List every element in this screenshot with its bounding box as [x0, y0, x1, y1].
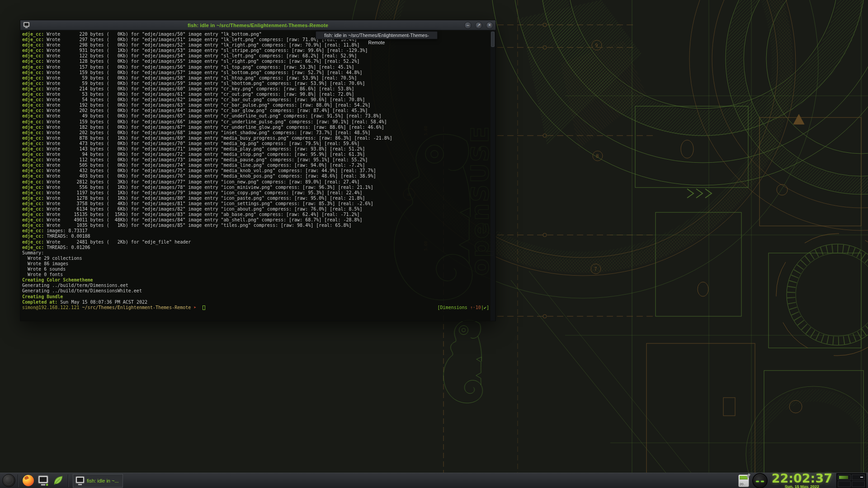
updates-widget[interactable]: 20.. [738, 474, 749, 487]
terminal-output-line: edje_cc: Wrote 159 bytes ( 0Kb) for "edj… [22, 119, 489, 125]
terminal-output-line: edje_cc: Wrote 49 bytes ( 0Kb) for "edje… [22, 113, 489, 119]
terminal-output-line: edje_cc: Wrote 202 bytes ( 0Kb) for "edj… [22, 130, 489, 136]
shelf: fish: idle in ~... 20.. 22:02:37 Sun, 15… [0, 473, 868, 488]
terminal-output-line: Wrote 6 sounds [22, 267, 489, 272]
leaf-icon[interactable] [52, 475, 64, 486]
prompt-right-status: [Dimensions ⇡·10|✔] [438, 305, 489, 310]
task-label: fish: idle in ~... [87, 478, 119, 483]
terminal-output-line: Wrote 29 collections [22, 256, 489, 261]
terminal-output-line: edje_cc: Wrote 59 bytes ( 0Kb) for "edje… [22, 75, 489, 81]
maximize-button[interactable]: ↗ [475, 22, 482, 29]
terminal-launcher-icon[interactable] [38, 475, 49, 486]
pager-desktop-2[interactable] [852, 474, 865, 480]
terminal-output-line: edje_cc: Wrote 54 bytes ( 0Kb) for "edje… [22, 97, 489, 103]
prompt-left: simon@192.168.122.121 ~/src/Themes/Enlig… [22, 305, 196, 310]
terminal-output-line: edje_cc: Wrote 298 bytes ( 0Kb) for "edj… [22, 42, 489, 48]
terminal-output-line: edje_cc: Wrote 143 bytes ( 0Kb) for "edj… [22, 146, 489, 152]
desktop-pager [836, 473, 866, 488]
pager-window-thumb [860, 477, 863, 478]
terminal-output-line: Creating Color Schemetheme [22, 277, 489, 283]
taskbar-task-fish[interactable]: fish: idle in ~... [73, 474, 123, 488]
terminal-output-line: edje_cc: images: 8.73317 [22, 228, 489, 234]
terminal-output-line: Generating ../build/term/DimensionsWhite… [22, 288, 489, 294]
terminal-output-line: edje_cc: Wrote 2481 bytes ( 2Kb) for "ed… [22, 239, 489, 245]
terminal-output-line: edje_cc: Wrote 1035 bytes ( 1Kb) for "ed… [22, 223, 489, 228]
terminal-output-line: Wrote 0 fonts [22, 272, 489, 277]
terminal-output-line: edje_cc: Wrote 878 bytes ( 1Kb) for "edj… [22, 136, 489, 141]
terminal-output-line: edje_cc: Wrote 214 bytes ( 0Kb) for "edj… [22, 86, 489, 92]
gauge-mark [761, 481, 764, 482]
minimize-button[interactable]: – [464, 22, 472, 29]
terminal-output-line: Creating Bundle [22, 294, 489, 300]
firefox-icon[interactable] [23, 475, 34, 486]
terminal-output-line: edje_cc: Wrote 403 bytes ( 0Kb) for "edj… [22, 174, 489, 179]
terminal-output-line: edje_cc: Wrote 1278 bytes ( 1Kb) for "ed… [22, 196, 489, 201]
pager-window-thumb [839, 476, 848, 479]
clock-widget[interactable]: 22:02:37 Sun, 15 May, 2022 [772, 472, 832, 488]
terminal-output-line: edje_cc: Wrote 2812 bytes ( 3Kb) for "ed… [22, 179, 489, 185]
terminal-titlebar[interactable]: fish: idle in ~/src/Themes/Enlightenment… [20, 20, 495, 30]
terminal-output-line: Summary: [22, 250, 489, 256]
terminal-output-line: Wrote 86 images [22, 261, 489, 267]
window-title: fish: idle in ~/src/Themes/Enlightenment… [20, 23, 495, 28]
terminal-output-line: edje_cc: Wrote 157 bytes ( 0Kb) for "edj… [22, 65, 489, 70]
shell-prompt[interactable]: simon@192.168.122.121 ~/src/Themes/Enlig… [22, 305, 489, 310]
pencil-icon [746, 473, 750, 478]
terminal-window: fish: idle in ~/src/Themes/Enlightenment… [20, 20, 496, 321]
terminal-output-line: edje_cc: Wrote 53 bytes ( 0Kb) for "edje… [22, 92, 489, 97]
shelf-separator [68, 474, 69, 487]
svg-text:8: 8 [596, 153, 599, 159]
terminal-output-line: edje_cc: Wrote 1197 bytes ( 1Kb) for "ed… [22, 190, 489, 196]
terminal-scrollbar[interactable] [491, 31, 495, 321]
shelf-separator [18, 474, 19, 487]
terminal-output-line: Completed at: Sun May 15 08:07:36 PM ACS… [22, 300, 489, 305]
terminal-output-line: edje_cc: Wrote 202 bytes ( 0Kb) for "edj… [22, 108, 489, 113]
terminal-output-line: edje_cc: Wrote 182 bytes ( 0Kb) for "edj… [22, 125, 489, 130]
updates-count: 20.. [740, 482, 745, 486]
terminal-output-line: edje_cc: Wrote 59 bytes ( 0Kb) for "edje… [22, 81, 489, 86]
terminal-content[interactable]: edje_cc: Wrote 220 bytes ( 0Kb) for "edj… [20, 30, 495, 321]
pager-desktop-4[interactable] [852, 481, 865, 487]
terminal-output-line: edje_cc: Wrote 556 bytes ( 1Kb) for "edj… [22, 185, 489, 190]
terminal-lines: edje_cc: Wrote 220 bytes ( 0Kb) for "edj… [22, 32, 489, 310]
terminal-app-icon [23, 22, 30, 28]
terminal-output-line: edje_cc: Wrote 6134 bytes ( 6Kb) for "ed… [22, 206, 489, 212]
pager-desktop-1[interactable] [838, 474, 851, 480]
gauge-mark [756, 481, 759, 482]
svg-text:9: 9 [595, 42, 598, 48]
terminal-output-line: edje_cc: Wrote 49011 bytes ( 48Kb) for "… [22, 217, 489, 223]
terminal-output-line: edje_cc: THREADS: 0.00188 [22, 234, 489, 239]
terminal-output-line: edje_cc: Wrote 192 bytes ( 0Kb) for "edj… [22, 103, 489, 108]
terminal-output-line: edje_cc: Wrote 3758 bytes ( 4Kb) for "ed… [22, 201, 489, 206]
clock-date: Sun, 15 May, 2022 [772, 485, 832, 488]
desktop: 8 987 5.00 5.00 openSUSE ™ fish: idle in [0, 0, 868, 488]
terminal-output-line: edje_cc: Wrote 505 bytes ( 0Kb) for "edj… [22, 163, 489, 168]
svg-text:7: 7 [594, 266, 597, 272]
pager-desktop-3[interactable] [838, 481, 851, 487]
scrollbar-thumb[interactable] [491, 32, 495, 47]
terminal-output-line: edje_cc: Wrote 159 bytes ( 0Kb) for "edj… [22, 70, 489, 75]
cpu-gauge-widget[interactable] [752, 473, 768, 488]
close-button[interactable]: × [486, 22, 493, 29]
terminal-output-line: edje_cc: Wrote 94 bytes ( 0Kb) for "edje… [22, 152, 489, 157]
taskbar-tooltip: fish: idle in ~/src/Themes/Enlightenment… [316, 31, 438, 39]
terminal-output-line: edje_cc: Wrote 122 bytes ( 0Kb) for "edj… [22, 53, 489, 59]
terminal-output-line: edje_cc: Wrote 15135 bytes ( 15Kb) for "… [22, 212, 489, 217]
terminal-output-line: Generating ../build/term/Dimensions.eet [22, 283, 489, 288]
terminal-output-line: edje_cc: Wrote 128 bytes ( 0Kb) for "edj… [22, 59, 489, 64]
terminal-output-line: edje_cc: Wrote 112 bytes ( 0Kb) for "edj… [22, 157, 489, 163]
terminal-output-line: edje_cc: Wrote 432 bytes ( 0Kb) for "edj… [22, 168, 489, 174]
start-menu-button[interactable] [2, 474, 15, 487]
clock-time: 22:02:37 [772, 472, 832, 484]
terminal-output-line: edje_cc: Wrote 473 bytes ( 0Kb) for "edj… [22, 141, 489, 146]
terminal-output-line: edje_cc: Wrote 931 bytes ( 1Kb) for "edj… [22, 48, 489, 53]
terminal-output-line: edje_cc: THREADS: 0.01206 [22, 245, 489, 250]
task-terminal-icon [75, 476, 85, 486]
